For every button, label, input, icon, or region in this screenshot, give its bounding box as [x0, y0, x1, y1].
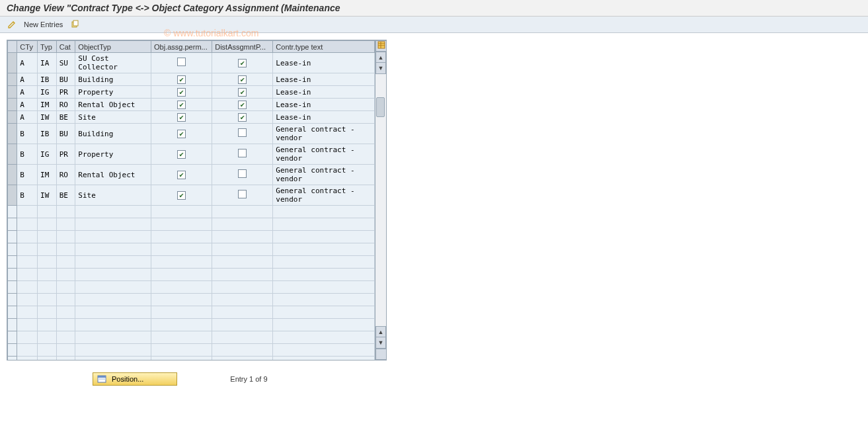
- cell-perm[interactable]: [151, 99, 212, 111]
- cell-text[interactable]: Lease-in: [273, 73, 375, 86]
- row-selector[interactable]: [8, 185, 17, 206]
- new-entries-button[interactable]: New Entries: [21, 20, 65, 29]
- checkbox-perm[interactable]: [177, 101, 186, 109]
- cell-cty[interactable]: A: [17, 53, 38, 73]
- row-selector[interactable]: [8, 218, 17, 231]
- cell-typ[interactable]: IW: [38, 185, 57, 206]
- cell-cat[interactable]: BU: [56, 73, 75, 86]
- cell-cat[interactable]: BU: [56, 124, 75, 144]
- cell-dist[interactable]: [212, 111, 273, 124]
- row-selector[interactable]: [8, 53, 17, 73]
- cell-cat[interactable]: PR: [56, 86, 75, 99]
- table-config-icon[interactable]: [375, 40, 387, 52]
- table-row-empty[interactable]: [8, 344, 375, 357]
- cell-cty[interactable]: A: [17, 73, 38, 86]
- cell-objtyp[interactable]: Site: [75, 111, 151, 124]
- header-cat[interactable]: Cat: [56, 41, 75, 53]
- row-selector[interactable]: [8, 86, 17, 99]
- row-selector[interactable]: [8, 124, 17, 144]
- cell-dist[interactable]: [212, 73, 273, 86]
- checkbox-dist[interactable]: [238, 169, 247, 178]
- checkbox-perm[interactable]: [177, 171, 186, 179]
- table-row[interactable]: BIBBUBuildingGeneral contract - vendor: [8, 124, 375, 144]
- vscroll-up2-icon[interactable]: ▼: [375, 63, 386, 74]
- cell-perm[interactable]: [151, 165, 212, 185]
- table-row-empty[interactable]: [8, 306, 375, 319]
- row-selector[interactable]: [8, 231, 17, 243]
- table-row-empty[interactable]: [8, 231, 375, 243]
- cell-objtyp[interactable]: Property: [75, 144, 151, 165]
- row-selector[interactable]: [8, 243, 17, 256]
- table-row-empty[interactable]: [8, 243, 375, 256]
- checkbox-dist[interactable]: [238, 149, 247, 157]
- cell-text[interactable]: General contract - vendor: [273, 144, 375, 165]
- cell-cat[interactable]: SU: [56, 53, 75, 73]
- row-selector[interactable]: [8, 319, 17, 331]
- checkbox-perm[interactable]: [177, 191, 186, 200]
- row-selector[interactable]: [8, 281, 17, 294]
- table-row[interactable]: BIMRORental ObjectGeneral contract - ven…: [8, 165, 375, 185]
- row-selector[interactable]: [8, 331, 17, 344]
- checkbox-dist[interactable]: [238, 59, 247, 67]
- cell-cat[interactable]: BE: [56, 111, 75, 124]
- vscroll-down2-icon[interactable]: ▲: [375, 326, 386, 337]
- position-button[interactable]: Position...: [93, 372, 177, 386]
- cell-dist[interactable]: [212, 185, 273, 206]
- table-row[interactable]: BIGPRPropertyGeneral contract - vendor: [8, 144, 375, 165]
- vscroll-thumb[interactable]: [376, 97, 385, 117]
- cell-typ[interactable]: IM: [38, 165, 57, 185]
- checkbox-dist[interactable]: [238, 75, 247, 84]
- pencil-icon[interactable]: [7, 19, 17, 30]
- cell-typ[interactable]: IM: [38, 99, 57, 111]
- row-selector[interactable]: [8, 294, 17, 306]
- checkbox-perm[interactable]: [177, 88, 186, 97]
- cell-objtyp[interactable]: Building: [75, 73, 151, 86]
- cell-cat[interactable]: BE: [56, 185, 75, 206]
- table-row-empty[interactable]: [8, 294, 375, 306]
- cell-objtyp[interactable]: Property: [75, 86, 151, 99]
- table-row-empty[interactable]: [8, 331, 375, 344]
- table-row[interactable]: AIWBESiteLease-in: [8, 111, 375, 124]
- cell-cty[interactable]: B: [17, 144, 38, 165]
- vertical-scrollbar[interactable]: ▲ ▼ ▲ ▼: [375, 40, 386, 360]
- table-row-empty[interactable]: [8, 357, 375, 360]
- cell-objtyp[interactable]: Site: [75, 185, 151, 206]
- cell-typ[interactable]: IG: [38, 144, 57, 165]
- cell-dist[interactable]: [212, 53, 273, 73]
- header-dist[interactable]: DistAssgmntP...: [212, 41, 273, 53]
- vscroll-down-icon[interactable]: ▼: [375, 337, 386, 349]
- cell-dist[interactable]: [212, 144, 273, 165]
- table-row[interactable]: BIWBESiteGeneral contract - vendor: [8, 185, 375, 206]
- cell-perm[interactable]: [151, 111, 212, 124]
- cell-text[interactable]: General contract - vendor: [273, 124, 375, 144]
- cell-text[interactable]: Lease-in: [273, 99, 375, 111]
- header-text[interactable]: Contr.type text: [273, 41, 375, 53]
- checkbox-perm[interactable]: [177, 58, 186, 66]
- cell-cty[interactable]: A: [17, 111, 38, 124]
- checkbox-dist[interactable]: [238, 128, 247, 137]
- cell-cty[interactable]: A: [17, 86, 38, 99]
- row-selector[interactable]: [8, 206, 17, 218]
- row-selector[interactable]: [8, 256, 17, 269]
- table-row[interactable]: AIMRORental ObjectLease-in: [8, 99, 375, 111]
- row-selector[interactable]: [8, 357, 17, 360]
- table-row-empty[interactable]: [8, 218, 375, 231]
- vscroll-up-icon[interactable]: ▲: [375, 52, 386, 63]
- cell-cat[interactable]: PR: [56, 144, 75, 165]
- cell-cty[interactable]: B: [17, 185, 38, 206]
- cell-objtyp[interactable]: SU Cost Collector: [75, 53, 151, 73]
- cell-perm[interactable]: [151, 53, 212, 73]
- table-row-empty[interactable]: [8, 269, 375, 281]
- cell-cat[interactable]: RO: [56, 99, 75, 111]
- cell-text[interactable]: Lease-in: [273, 53, 375, 73]
- cell-perm[interactable]: [151, 86, 212, 99]
- table-row[interactable]: AIGPRPropertyLease-in: [8, 86, 375, 99]
- cell-text[interactable]: Lease-in: [273, 111, 375, 124]
- checkbox-dist[interactable]: [238, 190, 247, 198]
- row-selector[interactable]: [8, 144, 17, 165]
- cell-typ[interactable]: IW: [38, 111, 57, 124]
- cell-typ[interactable]: IB: [38, 124, 57, 144]
- cell-dist[interactable]: [212, 165, 273, 185]
- header-typ[interactable]: Typ: [38, 41, 57, 53]
- checkbox-perm[interactable]: [177, 75, 186, 84]
